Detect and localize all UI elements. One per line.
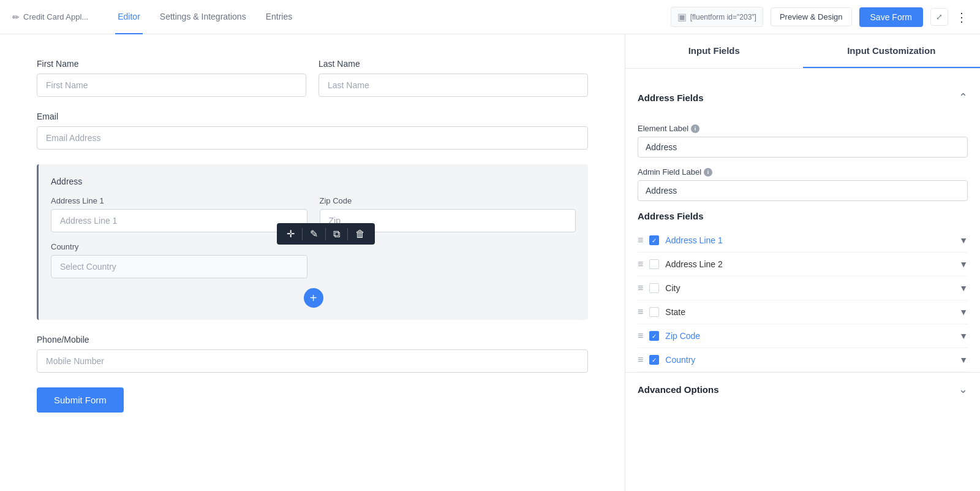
- email-input[interactable]: [37, 126, 588, 150]
- panel-tabs: Input Fields Input Customization: [625, 34, 980, 69]
- field-item-name: Country: [665, 355, 953, 365]
- expand-button[interactable]: ⤢: [930, 8, 948, 26]
- last-name-input[interactable]: [318, 74, 588, 97]
- field-item-expand-icon[interactable]: ▼: [959, 355, 968, 365]
- tab-entries[interactable]: Entries: [263, 0, 295, 34]
- address-line1-label: Address Line 1: [51, 196, 307, 205]
- field-item-name: Zip Code: [665, 331, 953, 341]
- tab-editor[interactable]: Editor: [115, 0, 143, 34]
- address-line1-field: Address Line 1: [51, 196, 307, 232]
- first-name-field: First Name: [37, 59, 306, 97]
- edit-icon: ✏: [12, 12, 20, 22]
- address-line1-input[interactable]: [51, 209, 307, 232]
- add-btn-container: +: [51, 288, 576, 308]
- right-panel: Input Fields Input Customization Address…: [625, 34, 980, 491]
- field-checkbox[interactable]: [649, 331, 659, 341]
- toolbar-edit-button[interactable]: ✎: [305, 226, 323, 242]
- field-item: ≡State▼: [638, 300, 968, 324]
- admin-field-label-title: Admin Field Label i: [638, 167, 968, 177]
- name-field-group: First Name Last Name: [37, 59, 588, 97]
- address-fields-section-title: Address Fields: [638, 93, 704, 103]
- phone-label: Phone/Mobile: [37, 335, 588, 344]
- shortcode-icon: ▣: [677, 11, 687, 23]
- address-block-label: Address: [51, 177, 576, 186]
- field-item-name: Address Line 1: [665, 235, 953, 245]
- nav-tabs: Editor Settings & Integrations Entries: [108, 0, 302, 34]
- form-canvas: First Name Last Name Email Address Addre…: [0, 34, 625, 491]
- first-name-input[interactable]: [37, 74, 306, 97]
- drag-handle-icon[interactable]: ≡: [638, 235, 643, 246]
- toolbar-divider-3: [347, 228, 348, 240]
- drag-handle-icon[interactable]: ≡: [638, 259, 643, 270]
- nav-right: ▣ [fluentform id="203"] Preview & Design…: [671, 7, 968, 27]
- toolbar-copy-button[interactable]: ⧉: [328, 226, 345, 242]
- save-button[interactable]: Save Form: [859, 7, 923, 27]
- nav-brand: ✏ Credit Card Appl...: [12, 12, 88, 22]
- country-label: Country: [51, 242, 307, 251]
- more-options-button[interactable]: ⋮: [956, 11, 968, 23]
- address-fields-list-title: Address Fields: [638, 211, 968, 221]
- drag-handle-icon[interactable]: ≡: [638, 330, 643, 341]
- first-name-label: First Name: [37, 59, 306, 69]
- brand-label: Credit Card Appl...: [23, 12, 88, 21]
- add-field-button[interactable]: +: [304, 288, 323, 308]
- field-item-expand-icon[interactable]: ▼: [959, 259, 968, 269]
- country-select[interactable]: Select Country: [51, 255, 307, 278]
- field-checkbox[interactable]: [649, 355, 659, 365]
- field-item-expand-icon[interactable]: ▼: [959, 283, 968, 293]
- element-label-title: Element Label i: [638, 124, 968, 133]
- admin-label-info-icon: i: [704, 168, 712, 177]
- field-item-expand-icon[interactable]: ▼: [959, 331, 968, 341]
- element-label-input[interactable]: [638, 137, 968, 158]
- field-items-container: ≡Address Line 1▼≡Address Line 2▼≡City▼≡S…: [638, 229, 968, 372]
- field-toolbar: ✛ ✎ ⧉ 🗑: [277, 223, 375, 245]
- nav-left: ✏ Credit Card Appl... Editor Settings & …: [12, 0, 302, 34]
- field-item: ≡Address Line 1▼: [638, 229, 968, 253]
- element-label-info-icon: i: [691, 124, 699, 133]
- preview-button[interactable]: Preview & Design: [771, 7, 852, 26]
- email-label: Email: [37, 112, 588, 121]
- field-checkbox[interactable]: [649, 259, 659, 269]
- field-checkbox[interactable]: [649, 307, 659, 317]
- field-item-expand-icon[interactable]: ▼: [959, 235, 968, 245]
- field-item: ≡City▼: [638, 276, 968, 300]
- element-label-field: Element Label i: [638, 124, 968, 158]
- country-field: Country Select Country: [51, 242, 307, 278]
- field-checkbox[interactable]: [649, 283, 659, 293]
- field-item-name: Address Line 2: [665, 259, 953, 269]
- phone-input[interactable]: [37, 349, 588, 373]
- advanced-options-title: Advanced Options: [638, 384, 719, 395]
- country-row: Country Select Country: [51, 242, 576, 278]
- section-chevron-up[interactable]: ⌃: [959, 91, 968, 104]
- last-name-label: Last Name: [318, 59, 588, 69]
- shortcode-badge: ▣ [fluentform id="203"]: [671, 7, 763, 27]
- toolbar-delete-button[interactable]: 🗑: [350, 226, 370, 242]
- toolbar-divider-1: [302, 228, 303, 240]
- email-field-group: Email: [37, 112, 588, 150]
- submit-button[interactable]: Submit Form: [37, 387, 124, 413]
- country-spacer: [320, 242, 576, 278]
- field-item-name: City: [665, 283, 953, 293]
- tab-settings[interactable]: Settings & Integrations: [157, 0, 249, 34]
- address-block: Address Address Line 1 Zip Code ✛ ✎ ⧉: [37, 164, 588, 320]
- field-item: ≡Country▼: [638, 348, 968, 372]
- tab-input-customization[interactable]: Input Customization: [803, 34, 981, 68]
- drag-handle-icon[interactable]: ≡: [638, 354, 643, 365]
- panel-content: Address Fields ⌃ Element Label i Admin F…: [625, 69, 980, 491]
- toolbar-move-button[interactable]: ✛: [282, 226, 300, 242]
- toolbar-divider-2: [325, 228, 326, 240]
- drag-handle-icon[interactable]: ≡: [638, 283, 643, 294]
- tab-input-fields[interactable]: Input Fields: [625, 34, 803, 68]
- field-checkbox[interactable]: [649, 235, 659, 245]
- field-item: ≡Address Line 2▼: [638, 253, 968, 276]
- name-field-row: First Name Last Name: [37, 59, 588, 97]
- last-name-field: Last Name: [318, 59, 588, 97]
- address-fields-list-section: Address Fields ≡Address Line 1▼≡Address …: [638, 211, 968, 372]
- admin-field-label-input[interactable]: [638, 180, 968, 201]
- field-item-name: State: [665, 307, 953, 317]
- address-fields-section-header: Address Fields ⌃: [625, 81, 980, 114]
- field-item-expand-icon[interactable]: ▼: [959, 307, 968, 317]
- drag-handle-icon[interactable]: ≡: [638, 306, 643, 318]
- advanced-chevron[interactable]: ⌄: [959, 383, 968, 396]
- advanced-options-section: Advanced Options ⌄: [625, 372, 980, 406]
